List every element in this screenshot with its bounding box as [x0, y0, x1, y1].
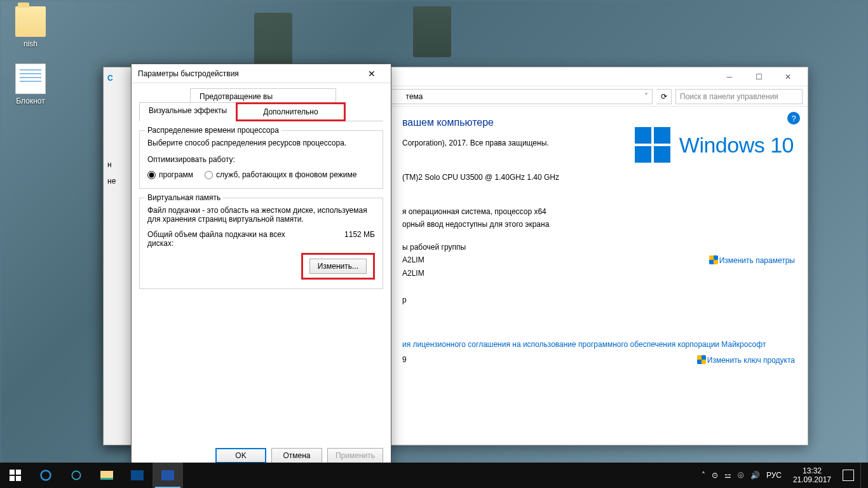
apply-button[interactable]: Применить — [327, 448, 383, 463]
radio-services[interactable]: служб, работающих в фоновом режиме — [205, 170, 356, 179]
tray-chevron-icon[interactable]: ˄ — [702, 471, 705, 480]
group-title: Виртуальная память — [145, 193, 223, 202]
group-desc: Выберите способ распределения ресурсов п… — [147, 139, 375, 147]
optimize-label: Оптимизировать работу: — [147, 155, 375, 164]
close-button[interactable]: ✕ — [773, 67, 803, 86]
radio-programs-input[interactable] — [147, 171, 156, 179]
shield-icon — [697, 355, 706, 364]
icon-label: nish — [6, 39, 55, 48]
activation-tail: 9 — [402, 355, 407, 365]
taskbar-clock[interactable]: 13:32 21.09.2017 — [788, 466, 836, 485]
ok-button[interactable]: OK — [215, 448, 266, 463]
clock-date: 21.09.2017 — [793, 475, 831, 484]
workgroup-label: ы рабочей группы — [402, 243, 795, 252]
svg-point-1 — [72, 471, 80, 479]
taskbar-explorer[interactable] — [92, 463, 122, 488]
performance-options-dialog: Параметры быстродействия ✕ Предотвращени… — [131, 64, 391, 470]
tray-network-icon[interactable]: ⚍ — [724, 471, 731, 480]
circle-icon — [70, 469, 83, 482]
control-panel-icon — [161, 470, 174, 480]
tab-advanced[interactable]: Дополнительно — [236, 102, 345, 121]
computer-name: A2LIM — [402, 255, 424, 265]
tray-wifi-icon[interactable]: ⦾ — [738, 471, 744, 480]
app-icon — [131, 470, 144, 480]
shield-icon — [709, 255, 718, 264]
radio-services-input[interactable] — [205, 171, 213, 179]
os-arch: я операционная система, процессор x64 — [402, 207, 795, 216]
perf-titlebar[interactable]: Параметры быстродействия ✕ — [132, 64, 391, 83]
help-icon[interactable]: ? — [787, 112, 800, 125]
explorer-icon — [100, 471, 113, 480]
tab-visual-effects[interactable]: Визуальные эффекты — [139, 102, 236, 121]
windows-start-icon — [10, 470, 21, 481]
search-placeholder: Поиск в панели управления — [680, 92, 778, 101]
windows10-logo: Windows 10 — [635, 127, 794, 163]
cpu-info: (TM)2 Solo CPU U3500 @ 1.40GHz 1.40 GHz — [402, 173, 795, 182]
folder-icon — [15, 6, 46, 37]
license-link[interactable]: ия лицензионного соглашения на использов… — [402, 340, 795, 349]
svg-point-0 — [41, 471, 51, 480]
pagefile-total-value: 1152 МБ — [344, 230, 375, 248]
cancel-button[interactable]: Отмена — [271, 448, 322, 463]
tray-language[interactable]: РУС — [766, 471, 782, 480]
product-key-link[interactable]: Изменить ключ продукта — [697, 355, 795, 365]
desktop-icon-folder[interactable]: nish — [6, 6, 55, 48]
radio-programs[interactable]: программ — [147, 170, 193, 179]
start-button[interactable] — [0, 463, 31, 488]
taskbar-app2[interactable] — [122, 463, 153, 488]
processor-scheduling-group: Распределение времени процессора Выберит… — [139, 130, 383, 189]
refresh-button[interactable]: ⟳ — [656, 89, 672, 104]
perf-title-text: Параметры быстродействия — [138, 69, 239, 78]
group-title: Распределение времени процессора — [145, 126, 281, 135]
tab-row: Визуальные эффекты Дополнительно — [139, 102, 383, 121]
clock-time: 13:32 — [793, 466, 831, 475]
workgroup-value: A2LIM — [402, 269, 795, 278]
role-tail: р — [402, 295, 795, 304]
edge-icon — [39, 469, 52, 482]
tray-volume-icon[interactable]: 🔊 — [750, 471, 760, 480]
show-desktop-button[interactable] — [860, 463, 864, 488]
search-input[interactable]: Поиск в панели управления — [675, 89, 803, 104]
dialog-footer: OK Отмена Применить — [215, 448, 383, 463]
taskbar-edge[interactable] — [31, 463, 61, 488]
taskbar-app1[interactable] — [61, 463, 92, 488]
virtual-memory-group: Виртуальная память Файл подкачки - это о… — [139, 198, 383, 289]
maximize-button[interactable]: ☐ — [744, 67, 773, 86]
props-icon-hint: С — [104, 70, 133, 86]
tray-location-icon[interactable]: ⊙ — [712, 471, 718, 480]
minimize-button[interactable]: ─ — [715, 67, 744, 86]
system-properties-window: С н не — [103, 67, 133, 445]
taskbar-tray: ˄ ⊙ ⚍ ⦾ 🔊 РУС 13:32 21.09.2017 — [702, 463, 868, 488]
change-settings-link[interactable]: Изменить параметры — [709, 255, 795, 265]
group-desc: Файл подкачки - это область на жестком д… — [147, 206, 375, 224]
desktop-icon-notepad[interactable]: Блокнот — [6, 64, 55, 105]
pagefile-total-label: Общий объем файла подкачки на всех диска… — [147, 230, 300, 248]
icon-label: Блокнот — [6, 97, 55, 105]
taskbar[interactable]: ˄ ⊙ ⚍ ⦾ 🔊 РУС 13:32 21.09.2017 — [0, 463, 868, 488]
close-button[interactable]: ✕ — [359, 65, 384, 83]
change-button-highlight: Изменить... — [301, 253, 375, 280]
action-center-icon[interactable] — [843, 470, 854, 481]
windows-logo-icon — [635, 127, 670, 163]
breadcrumb-tail: тема — [406, 92, 423, 101]
notepad-icon — [15, 64, 46, 94]
windows10-text: Windows 10 — [679, 133, 794, 158]
props-line: н — [104, 156, 133, 173]
wallpaper-object — [413, 6, 451, 57]
change-button[interactable]: Изменить... — [309, 259, 367, 274]
taskbar-control-panel[interactable] — [153, 463, 183, 488]
address-dropdown[interactable]: ˅ — [639, 92, 648, 101]
props-line: не — [104, 173, 133, 189]
pen-touch: орный ввод недоступны для этого экрана — [402, 220, 795, 229]
